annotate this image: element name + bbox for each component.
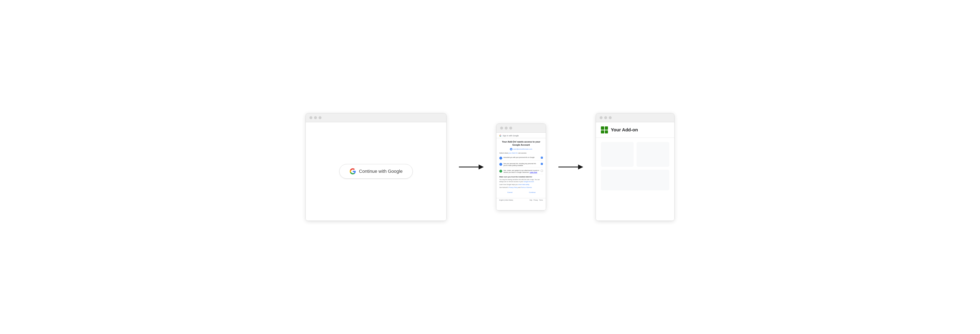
addon-card-2	[636, 142, 669, 167]
permission-icon-3	[500, 170, 502, 173]
google-account-link[interactable]: Google Account	[523, 181, 534, 182]
trust-text-3: See Kahoot!'s Privacy Policy and Terms o…	[500, 186, 543, 189]
window-dot-red-2	[500, 127, 503, 129]
logo-cell-bl	[601, 130, 604, 134]
logo-cell-tl	[601, 126, 604, 130]
logo-cell-br	[605, 130, 608, 134]
permission-text-1: Associate you with your personal info on…	[503, 156, 539, 158]
continue-with-google-button[interactable]: Continue with Google	[339, 164, 413, 179]
trust-title: Make sure you trust the installed Add-On…	[500, 176, 543, 178]
share-data-link[interactable]: share data safely	[518, 184, 529, 185]
footer-help[interactable]: Help	[530, 199, 532, 201]
footer-language: English (United States)	[500, 199, 513, 201]
privacy-policy-link[interactable]: Privacy Policy	[509, 187, 518, 188]
oauth-trust-section: Make sure you trust the installed Add-On…	[500, 176, 543, 188]
window-dot-green-2	[509, 127, 512, 129]
browser-content-2: Sign in with Google Your Add-On! wants a…	[496, 133, 546, 210]
terms-of-service-link[interactable]: Terms of Service	[521, 187, 532, 188]
addon-title: Your Add-on	[611, 127, 638, 133]
continue-with-google-label: Continue with Google	[359, 169, 402, 174]
window-dot-red-3	[600, 116, 603, 119]
permission-icon-2	[500, 163, 502, 166]
footer-terms[interactable]: Terms	[539, 199, 543, 201]
flow-container: Continue with Google	[0, 97, 980, 237]
permission-text-3: See, create, and update its own attachme…	[503, 170, 539, 173]
window-dot-yellow-2	[505, 127, 508, 129]
learn-more-link[interactable]: Learn more	[530, 172, 537, 173]
window-dot-green-3	[609, 116, 612, 119]
addon-card-1	[601, 142, 634, 167]
oauth-select-text: Select what your Add-On can access	[500, 152, 543, 154]
addon-header: Your Add-on	[596, 122, 674, 138]
google-small-icon	[500, 135, 501, 137]
oauth-dialog: Sign in with Google Your Add-On! wants a…	[496, 133, 546, 210]
select-label2: can access	[518, 152, 527, 154]
window-dot-yellow-3	[604, 116, 607, 119]
permission-icon-1	[500, 157, 502, 159]
arrow-1	[459, 163, 484, 171]
footer-privacy[interactable]: Privacy	[533, 199, 538, 201]
google-icon	[350, 168, 356, 175]
oauth-header-title: Sign in with Google	[503, 135, 519, 137]
permission-item-2: See your personal info, including any pe…	[500, 162, 543, 167]
browser-content-3: Your Add-on	[596, 122, 674, 221]
trust-text-2: Learn how Google helps you share data sa…	[500, 184, 543, 186]
oauth-continue-button[interactable]: Continue	[522, 191, 543, 194]
select-label: Select what	[500, 152, 508, 154]
browser-window-2: Sign in with Google Your Add-On! wants a…	[496, 124, 546, 210]
titlebar-3	[596, 113, 674, 122]
window-dot-green	[318, 116, 321, 119]
oauth-body: Your Add-On! wants access to your Google…	[496, 138, 546, 198]
svg-marker-1	[479, 164, 484, 170]
account-avatar-icon	[510, 148, 512, 150]
browser-window-3: Your Add-on	[596, 113, 675, 221]
oauth-header: Sign in with Google	[496, 133, 546, 138]
account-email: user@schoolDomain.com	[513, 148, 532, 150]
svg-marker-3	[578, 164, 583, 170]
oauth-main-title: Your Add-On! wants access to your Google…	[500, 140, 543, 147]
permission-item-3: See, create, and update its own attachme…	[500, 169, 543, 174]
arrow-icon-2	[558, 163, 583, 171]
window-dot-red	[309, 116, 312, 119]
browser-content-1: Continue with Google	[306, 122, 446, 221]
titlebar-1	[306, 113, 446, 122]
arrow-2	[558, 163, 583, 171]
addon-body	[596, 138, 674, 194]
oauth-cancel-button[interactable]: Cancel	[500, 191, 520, 194]
browser-window-1: Continue with Google	[305, 113, 447, 221]
permission-text-2: See your personal info, including any pe…	[503, 163, 539, 166]
window-dot-yellow	[314, 116, 317, 119]
titlebar-2	[496, 124, 546, 133]
addon-card-3	[601, 170, 669, 191]
arrow-icon-1	[459, 163, 484, 171]
oauth-account: user@schoolDomain.com	[500, 148, 543, 150]
oauth-actions: Cancel Continue	[500, 191, 543, 196]
logo-cell-tr	[605, 126, 608, 130]
permission-check-2[interactable]	[541, 163, 543, 165]
permission-check-1[interactable]	[541, 157, 543, 159]
kahoot-addon-logo	[601, 126, 608, 134]
permission-item-1: Associate you with your personal info on…	[500, 156, 543, 161]
permission-check-3[interactable]	[541, 170, 543, 172]
footer-links: Help Privacy Terms	[530, 199, 543, 201]
addon-link[interactable]: your Add-On	[508, 152, 518, 154]
oauth-footer: English (United States) Help Privacy Ter…	[496, 198, 546, 202]
trust-text-1: You may be sharing sensitive info with t…	[500, 179, 543, 183]
